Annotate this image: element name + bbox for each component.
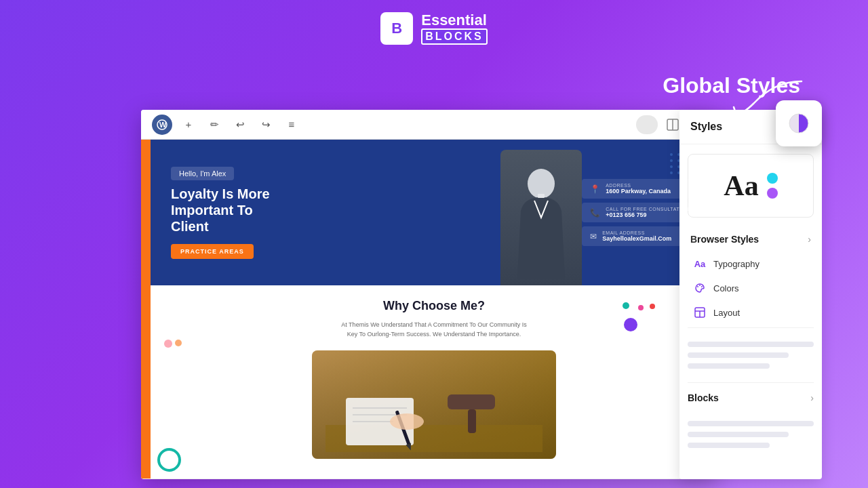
editor-container: W + ✏ ↩ ↪ ≡ ⋮ [141,110,717,479]
wordpress-icon[interactable]: W [152,115,172,135]
svg-point-20 [701,286,703,287]
preview-content: Hello, I'm Alex Loyalty Is MoreImportant… [151,140,717,479]
teal-color-dot [767,173,778,184]
address-label: ADDRESS [606,183,671,188]
colors-row[interactable]: Colors [682,276,819,300]
style-preview-card: Aa [688,154,814,218]
hero-hello: Hello, I'm Alex [171,167,234,180]
logo-icon: B [380,12,413,45]
svg-point-17 [390,413,424,430]
half-circle-icon [787,111,811,136]
phone-icon: 📞 [590,208,600,218]
panel-divider-2 [688,382,814,383]
undo-button[interactable]: ↩ [231,115,250,134]
address-card: 📍 ADDRESS 1600 Parkway, Canada [582,179,697,199]
hero-left: Hello, I'm Alex Loyalty Is MoreImportant… [171,167,582,259]
email-info: Email Address SayhelloalexGmail.Com [602,230,671,242]
why-section: Why Choose Me? At Themis We Understand T… [151,285,717,479]
why-title: Why Choose Me? [171,299,697,313]
header: B Essential BLOCKS [0,0,868,54]
phone-label: Call For Free Consultation [606,207,689,211]
typography-icon: Aa [693,257,707,270]
blocks-row[interactable]: Blocks › [679,386,822,410]
address-info: ADDRESS 1600 Parkway, Canada [606,183,671,195]
global-styles-button[interactable] [776,100,822,146]
skeleton-line-6 [688,443,770,448]
hero-cta-button[interactable]: PRACTICE AREAS [171,244,254,259]
layout-icon [693,306,707,319]
left-circles-decoration [164,340,182,348]
logo-blocks: BLOCKS [421,28,488,45]
logo: B Essential BLOCKS [380,12,488,45]
blocks-arrow: › [810,392,814,403]
phone-card: 📞 Call For Free Consultation +0123 656 7… [582,203,697,222]
typography-preview: Aa [724,169,758,202]
address-value: 1600 Parkway, Canada [606,188,671,195]
orange-accent-bar [141,140,151,479]
email-value: SayhelloalexGmail.Com [602,235,671,242]
svg-rect-16 [468,409,476,433]
color-dots-preview [767,173,778,199]
bottom-image [312,350,556,459]
list-view-button[interactable]: ≡ [282,115,301,134]
styles-panel: Styles × Aa Browser Styles › Aa Typograp… [679,110,822,479]
skeleton-line-1 [688,342,814,347]
preview-button[interactable] [636,115,658,134]
why-description: At Themis We Understand That A Commitmen… [339,320,529,340]
typography-row[interactable]: Aa Typography [682,251,819,276]
svg-point-19 [699,285,701,286]
browser-styles-label: Browser Styles [690,234,759,245]
layout-row[interactable]: Layout [682,300,819,325]
email-card: ✉ Email Address SayhelloalexGmail.Com [582,226,697,246]
skeleton-line-5 [688,432,789,437]
hero-title: Loyalty Is MoreImportant ToClient [171,186,582,235]
svg-point-18 [697,286,698,287]
purple-color-dot [767,188,778,199]
teal-circle-decoration [157,448,181,472]
phone-info: Call For Free Consultation +0123 656 759 [606,207,689,218]
layout-label: Layout [713,308,740,318]
hero-contact-info: 📍 ADDRESS 1600 Parkway, Canada 📞 Call Fo… [582,179,697,246]
why-dots-decoration [623,302,656,331]
edit-button[interactable]: ✏ [205,115,224,134]
hero-section: Hello, I'm Alex Loyalty Is MoreImportant… [151,140,717,285]
browser-styles-arrow: › [808,234,811,245]
logo-essential: Essential [421,12,488,28]
page-preview: Hello, I'm Alex Loyalty Is MoreImportant… [141,140,717,479]
location-icon: 📍 [590,184,600,194]
svg-text:W: W [159,121,167,129]
email-icon: ✉ [590,232,597,241]
skeleton-section-2 [679,410,822,459]
blocks-label: Blocks [688,392,719,403]
add-block-button[interactable]: + [179,115,198,134]
colors-icon [693,281,707,295]
redo-button[interactable]: ↪ [256,115,275,134]
skeleton-section [679,331,822,380]
email-label: Email Address [602,230,671,235]
svg-rect-15 [448,394,495,409]
panel-divider-1 [688,327,814,328]
typography-label: Typography [713,259,760,269]
colors-label: Colors [713,283,739,293]
browser-styles-row[interactable]: Browser Styles › [682,227,819,251]
panel-title: Styles [690,121,722,133]
logo-text: Essential BLOCKS [421,12,488,45]
skeleton-line-4 [688,421,814,426]
browser-styles-section: Browser Styles › Aa Typography Colors [679,227,822,325]
editor-toolbar: W + ✏ ↩ ↪ ≡ ⋮ [141,110,717,140]
phone-value: +0123 656 759 [606,211,689,218]
skeleton-line-2 [688,352,789,358]
skeleton-line-3 [688,363,770,369]
